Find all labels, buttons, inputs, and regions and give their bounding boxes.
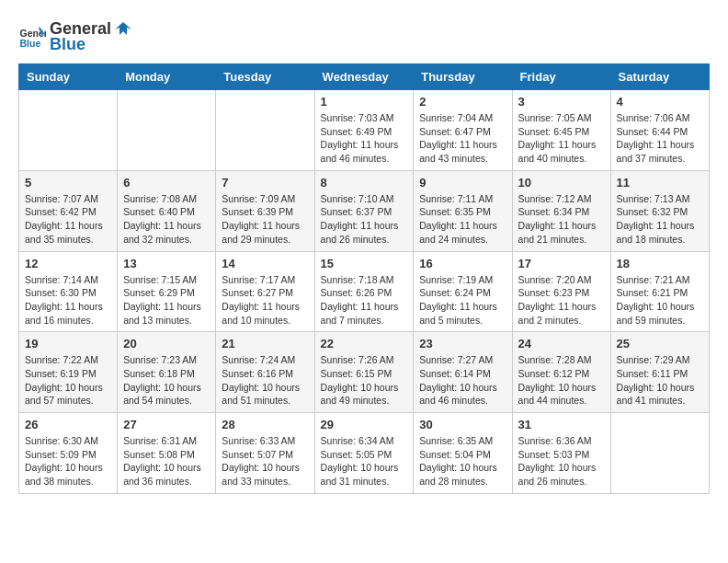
calendar-cell: 29Sunrise: 6:34 AM Sunset: 5:05 PM Dayli… xyxy=(314,413,414,494)
calendar-cell: 16Sunrise: 7:19 AM Sunset: 6:24 PM Dayli… xyxy=(414,251,512,332)
day-number: 23 xyxy=(419,337,506,350)
day-info: Sunrise: 7:09 AM Sunset: 6:39 PM Dayligh… xyxy=(222,192,308,247)
day-info: Sunrise: 7:17 AM Sunset: 6:27 PM Dayligh… xyxy=(222,273,308,327)
day-info: Sunrise: 7:05 AM Sunset: 6:45 PM Dayligh… xyxy=(518,111,605,166)
day-number: 24 xyxy=(518,337,605,350)
calendar-cell: 7Sunrise: 7:09 AM Sunset: 6:39 PM Daylig… xyxy=(216,170,314,251)
calendar-cell: 19Sunrise: 7:22 AM Sunset: 6:19 PM Dayli… xyxy=(19,332,118,413)
calendar-cell xyxy=(610,413,709,494)
day-number: 27 xyxy=(123,418,210,431)
calendar-cell: 21Sunrise: 7:24 AM Sunset: 6:16 PM Dayli… xyxy=(216,332,314,413)
calendar-week-row: 1Sunrise: 7:03 AM Sunset: 6:49 PM Daylig… xyxy=(19,90,710,171)
day-info: Sunrise: 6:33 AM Sunset: 5:07 PM Dayligh… xyxy=(222,434,308,488)
calendar-cell: 4Sunrise: 7:06 AM Sunset: 6:44 PM Daylig… xyxy=(610,90,709,171)
svg-marker-4 xyxy=(115,22,131,35)
calendar-cell: 31Sunrise: 6:36 AM Sunset: 5:03 PM Dayli… xyxy=(512,413,610,494)
day-number: 28 xyxy=(222,418,308,431)
day-info: Sunrise: 7:04 AM Sunset: 6:47 PM Dayligh… xyxy=(419,111,506,166)
calendar-cell xyxy=(19,90,118,171)
day-info: Sunrise: 6:35 AM Sunset: 5:04 PM Dayligh… xyxy=(419,434,506,488)
logo: General Blue General Blue xyxy=(18,18,133,54)
day-info: Sunrise: 7:27 AM Sunset: 6:14 PM Dayligh… xyxy=(419,353,506,408)
weekday-header: Wednesday xyxy=(314,64,414,90)
day-info: Sunrise: 7:24 AM Sunset: 6:16 PM Dayligh… xyxy=(222,353,308,408)
day-number: 21 xyxy=(222,337,308,350)
day-info: Sunrise: 7:03 AM Sunset: 6:49 PM Dayligh… xyxy=(321,111,408,166)
calendar-cell: 27Sunrise: 6:31 AM Sunset: 5:08 PM Dayli… xyxy=(118,413,216,494)
calendar-cell: 18Sunrise: 7:21 AM Sunset: 6:21 PM Dayli… xyxy=(610,251,709,332)
day-info: Sunrise: 6:31 AM Sunset: 5:08 PM Dayligh… xyxy=(123,434,210,488)
day-info: Sunrise: 7:21 AM Sunset: 6:21 PM Dayligh… xyxy=(617,273,703,327)
calendar-cell: 17Sunrise: 7:20 AM Sunset: 6:23 PM Dayli… xyxy=(512,251,610,332)
day-info: Sunrise: 7:22 AM Sunset: 6:19 PM Dayligh… xyxy=(25,353,111,408)
day-number: 18 xyxy=(617,257,703,270)
day-number: 25 xyxy=(617,337,703,350)
day-number: 20 xyxy=(123,337,210,350)
calendar-cell: 1Sunrise: 7:03 AM Sunset: 6:49 PM Daylig… xyxy=(314,90,414,171)
day-number: 10 xyxy=(518,176,605,190)
day-number: 4 xyxy=(617,95,703,109)
calendar-cell: 3Sunrise: 7:05 AM Sunset: 6:45 PM Daylig… xyxy=(512,90,610,171)
calendar-cell xyxy=(216,90,314,171)
day-number: 13 xyxy=(123,257,210,270)
calendar-cell: 22Sunrise: 7:26 AM Sunset: 6:15 PM Dayli… xyxy=(314,332,414,413)
calendar-cell: 28Sunrise: 6:33 AM Sunset: 5:07 PM Dayli… xyxy=(216,413,314,494)
day-info: Sunrise: 7:26 AM Sunset: 6:15 PM Dayligh… xyxy=(321,353,408,408)
day-info: Sunrise: 7:11 AM Sunset: 6:35 PM Dayligh… xyxy=(419,192,506,247)
day-number: 17 xyxy=(518,257,605,270)
day-info: Sunrise: 7:07 AM Sunset: 6:42 PM Dayligh… xyxy=(25,192,111,247)
day-info: Sunrise: 7:19 AM Sunset: 6:24 PM Dayligh… xyxy=(419,273,506,327)
day-info: Sunrise: 7:20 AM Sunset: 6:23 PM Dayligh… xyxy=(518,273,605,327)
day-info: Sunrise: 6:30 AM Sunset: 5:09 PM Dayligh… xyxy=(25,434,111,488)
logo-icon: General Blue xyxy=(18,23,46,51)
day-number: 31 xyxy=(518,418,605,431)
page-header: General Blue General Blue xyxy=(18,18,710,54)
calendar-cell: 8Sunrise: 7:10 AM Sunset: 6:37 PM Daylig… xyxy=(314,170,414,251)
day-info: Sunrise: 7:08 AM Sunset: 6:40 PM Dayligh… xyxy=(123,192,210,247)
day-number: 22 xyxy=(321,337,408,350)
day-number: 19 xyxy=(25,337,111,350)
calendar-cell xyxy=(118,90,216,171)
svg-text:Blue: Blue xyxy=(20,37,41,48)
day-number: 16 xyxy=(419,257,506,270)
weekday-header: Friday xyxy=(512,64,610,90)
day-info: Sunrise: 6:36 AM Sunset: 5:03 PM Dayligh… xyxy=(518,434,605,488)
day-number: 29 xyxy=(321,418,408,431)
day-info: Sunrise: 7:29 AM Sunset: 6:11 PM Dayligh… xyxy=(617,353,703,408)
calendar-table: SundayMondayTuesdayWednesdayThursdayFrid… xyxy=(18,63,710,494)
calendar-cell: 14Sunrise: 7:17 AM Sunset: 6:27 PM Dayli… xyxy=(216,251,314,332)
day-number: 8 xyxy=(321,176,408,190)
calendar-cell: 20Sunrise: 7:23 AM Sunset: 6:18 PM Dayli… xyxy=(118,332,216,413)
day-number: 7 xyxy=(222,176,308,190)
calendar-cell: 2Sunrise: 7:04 AM Sunset: 6:47 PM Daylig… xyxy=(414,90,512,171)
weekday-header: Saturday xyxy=(610,64,709,90)
calendar-header-row: SundayMondayTuesdayWednesdayThursdayFrid… xyxy=(19,64,710,90)
day-number: 15 xyxy=(321,257,408,270)
day-number: 11 xyxy=(617,176,703,190)
weekday-header: Tuesday xyxy=(216,64,314,90)
calendar-cell: 15Sunrise: 7:18 AM Sunset: 6:26 PM Dayli… xyxy=(314,251,414,332)
day-number: 14 xyxy=(222,257,308,270)
calendar-cell: 25Sunrise: 7:29 AM Sunset: 6:11 PM Dayli… xyxy=(610,332,709,413)
day-info: Sunrise: 7:12 AM Sunset: 6:34 PM Dayligh… xyxy=(518,192,605,247)
calendar-cell: 10Sunrise: 7:12 AM Sunset: 6:34 PM Dayli… xyxy=(512,170,610,251)
day-number: 12 xyxy=(25,257,111,270)
calendar-cell: 11Sunrise: 7:13 AM Sunset: 6:32 PM Dayli… xyxy=(610,170,709,251)
day-info: Sunrise: 7:14 AM Sunset: 6:30 PM Dayligh… xyxy=(25,273,111,327)
day-number: 30 xyxy=(419,418,506,431)
day-number: 5 xyxy=(25,176,111,190)
calendar-cell: 24Sunrise: 7:28 AM Sunset: 6:12 PM Dayli… xyxy=(512,332,610,413)
day-info: Sunrise: 7:10 AM Sunset: 6:37 PM Dayligh… xyxy=(321,192,408,247)
calendar-week-row: 26Sunrise: 6:30 AM Sunset: 5:09 PM Dayli… xyxy=(19,413,710,494)
calendar-cell: 12Sunrise: 7:14 AM Sunset: 6:30 PM Dayli… xyxy=(19,251,118,332)
weekday-header: Monday xyxy=(118,64,216,90)
day-info: Sunrise: 6:34 AM Sunset: 5:05 PM Dayligh… xyxy=(321,434,408,488)
day-number: 1 xyxy=(321,95,408,109)
day-number: 26 xyxy=(25,418,111,431)
logo-bird-icon xyxy=(113,18,133,39)
calendar-week-row: 19Sunrise: 7:22 AM Sunset: 6:19 PM Dayli… xyxy=(19,332,710,413)
calendar-cell: 26Sunrise: 6:30 AM Sunset: 5:09 PM Dayli… xyxy=(19,413,118,494)
day-info: Sunrise: 7:15 AM Sunset: 6:29 PM Dayligh… xyxy=(123,273,210,327)
day-number: 6 xyxy=(123,176,210,190)
calendar-cell: 5Sunrise: 7:07 AM Sunset: 6:42 PM Daylig… xyxy=(19,170,118,251)
